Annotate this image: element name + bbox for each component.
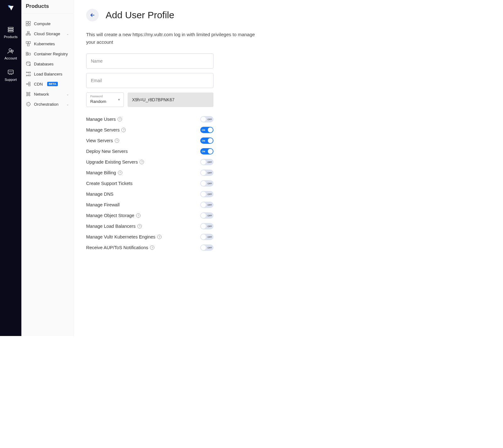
svg-rect-31 (29, 82, 30, 84)
back-button[interactable] (86, 9, 99, 21)
help-icon[interactable]: ? (118, 171, 122, 175)
sidebar-item-label: Orchestration (34, 102, 58, 107)
help-icon[interactable]: ? (157, 235, 162, 239)
svg-rect-32 (29, 84, 30, 86)
help-icon[interactable]: ? (150, 245, 154, 250)
permission-toggle[interactable]: OFF (200, 212, 213, 219)
chevron-down-icon: ⌄ (66, 103, 69, 106)
toggle-state-text: OFF (207, 118, 212, 120)
password-mode-value: Random (90, 99, 106, 104)
permission-toggle[interactable]: ON (200, 127, 213, 133)
permission-toggle[interactable]: OFF (200, 170, 213, 176)
toggle-state-text: OFF (207, 215, 212, 217)
toggle-state-text: ON (202, 150, 205, 153)
svg-rect-22 (26, 54, 28, 55)
svg-point-35 (26, 95, 28, 96)
rail-item-products[interactable]: Products (0, 22, 21, 43)
help-icon[interactable]: ? (115, 138, 119, 143)
sidebar-item-icon (26, 21, 31, 26)
sidebar-item-kubernetes[interactable]: Kubernetes (21, 39, 73, 49)
name-field-wrap[interactable] (86, 53, 213, 69)
permission-toggle[interactable]: OFF (200, 180, 213, 187)
email-field-wrap[interactable] (86, 73, 213, 88)
svg-marker-1 (9, 6, 14, 11)
permission-row: View Servers ?ON (86, 135, 213, 146)
sidebar-item-compute[interactable]: Compute (21, 19, 73, 29)
sidebar-item-label: Compute (34, 21, 51, 26)
svg-rect-2 (8, 27, 14, 29)
permission-toggle[interactable]: ON (200, 148, 213, 154)
help-icon[interactable]: ? (118, 117, 122, 121)
permission-toggle[interactable]: OFF (200, 202, 213, 208)
sidebar-item-cloud-storage[interactable]: Cloud Storage⌄ (21, 29, 73, 39)
sidebar-item-cdn[interactable]: CDNBETA (21, 79, 73, 89)
sidebar-item-icon (26, 102, 31, 107)
permission-row: Create Support TicketsOFF (86, 178, 213, 189)
permission-toggle[interactable]: OFF (200, 191, 213, 197)
svg-point-5 (9, 49, 11, 51)
svg-rect-3 (8, 29, 14, 30)
toggle-knob (201, 224, 206, 229)
svg-rect-19 (29, 42, 30, 43)
sidebar-item-container-registry[interactable]: Container Registry (21, 49, 73, 59)
svg-point-10 (12, 72, 12, 72)
password-row: Password Random ▼ X9h=U_r8D7BPNK67 (86, 92, 213, 107)
help-icon[interactable]: ? (137, 224, 142, 228)
toggle-state-text: OFF (207, 225, 212, 227)
rail-label: Account (4, 56, 17, 60)
form: Password Random ▼ X9h=U_r8D7BPNK67 Manag… (86, 53, 213, 253)
sidebar-item-orchestration[interactable]: Orchestration⌄ (21, 99, 73, 109)
main-content: Add User Profile This will create a new … (74, 0, 377, 336)
toggle-knob (201, 192, 206, 197)
svg-rect-28 (28, 72, 30, 73)
toggle-knob (208, 149, 213, 154)
svg-rect-15 (27, 31, 29, 33)
permission-row: Manage Vultr Kubernetes Engines ?OFF (86, 232, 213, 242)
permission-label: Manage Load Balancers ? (86, 224, 142, 229)
email-input[interactable] (91, 78, 209, 83)
permission-label: Manage Users ? (86, 117, 122, 122)
permission-toggle[interactable]: ON (200, 137, 213, 144)
permission-toggle[interactable]: OFF (200, 234, 213, 240)
permission-toggle[interactable]: OFF (200, 116, 213, 122)
sidebar-item-load-balancers[interactable]: Load Balancers (21, 69, 73, 79)
permission-label: Manage Object Storage ? (86, 213, 141, 218)
toggle-state-text: OFF (207, 193, 212, 195)
sidebar-item-network[interactable]: Network⌄ (21, 89, 73, 99)
password-mode-select[interactable]: Password Random ▼ (86, 92, 124, 107)
sidebar-item-label: Databases (34, 62, 53, 66)
name-input[interactable] (91, 59, 209, 64)
toggle-knob (201, 245, 206, 250)
password-mode-label: Password (90, 95, 120, 98)
sidebar: Products ComputeCloud Storage⌄Kubernetes… (21, 0, 74, 336)
help-icon[interactable]: ? (121, 128, 126, 132)
logo[interactable] (7, 5, 14, 13)
permission-toggle[interactable]: OFF (200, 223, 213, 229)
permission-label: Manage Vultr Kubernetes Engines ? (86, 234, 162, 239)
svg-rect-29 (28, 75, 30, 76)
sidebar-item-databases[interactable]: Databases (21, 59, 73, 69)
rail-item-account[interactable]: Account (0, 43, 21, 64)
permission-toggle[interactable]: OFF (200, 244, 213, 251)
rail-item-support[interactable]: Support (0, 64, 21, 86)
svg-rect-23 (29, 53, 30, 55)
svg-point-14 (29, 24, 30, 26)
permission-toggle[interactable]: OFF (200, 159, 213, 165)
permission-row: Manage Load Balancers ?OFF (86, 221, 213, 232)
svg-rect-13 (26, 24, 28, 26)
help-icon[interactable]: ? (140, 160, 144, 164)
sidebar-item-icon (26, 61, 31, 66)
sidebar-item-label: Load Balancers (34, 72, 62, 76)
toggle-state-text: OFF (207, 204, 212, 206)
permission-label: Deploy New Servers (86, 149, 128, 154)
rail-label: Products (4, 35, 17, 39)
sidebar-item-label: Kubernetes (34, 42, 55, 46)
toggle-knob (201, 202, 206, 207)
help-icon[interactable]: ? (136, 213, 141, 218)
toggle-knob (201, 170, 206, 175)
permission-label: Upgrade Existing Servers ? (86, 160, 144, 165)
svg-point-27 (26, 75, 27, 76)
sidebar-item-icon (26, 31, 31, 36)
svg-point-34 (29, 92, 30, 93)
sidebar-item-label: CDN (34, 82, 43, 87)
